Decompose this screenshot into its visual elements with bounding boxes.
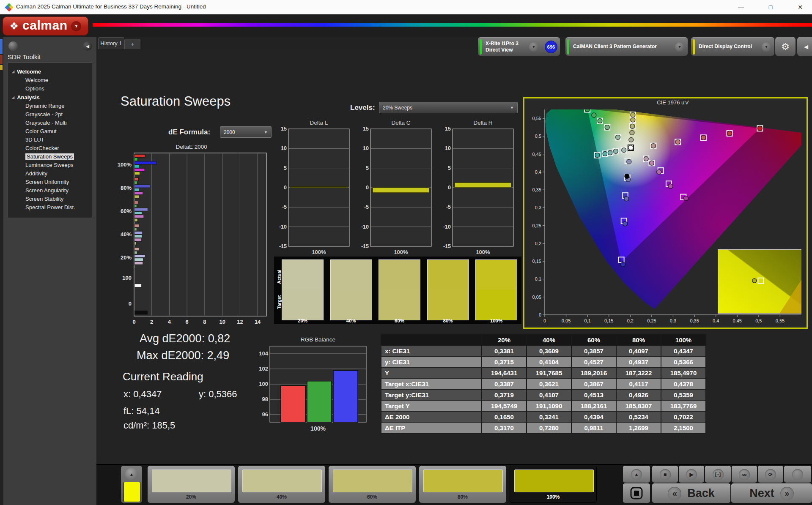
settings-button[interactable]: ⚙ xyxy=(775,37,796,56)
sidebar-item-additivity[interactable]: Additivity xyxy=(8,169,92,178)
tab-add[interactable]: + xyxy=(124,39,140,49)
blank-button[interactable] xyxy=(784,466,811,483)
tree-section-analysis[interactable]: ◢Analysis xyxy=(8,93,92,102)
sidebar-dot-button[interactable] xyxy=(8,41,18,51)
up-arrow-icon: ▲ xyxy=(129,472,134,477)
svg-text:8: 8 xyxy=(203,319,206,325)
tab-history[interactable]: History 1 xyxy=(98,37,124,49)
sidebar-item-saturation-sweeps[interactable]: Saturation Sweeps xyxy=(8,153,92,161)
svg-text:0: 0 xyxy=(132,319,135,325)
pattern-button-80[interactable]: 80% xyxy=(419,466,506,503)
close-button[interactable]: ✕ xyxy=(790,0,810,14)
back-button[interactable]: « Back xyxy=(652,483,730,503)
play-button[interactable]: ▶ xyxy=(679,466,704,483)
stop-button[interactable]: ■ xyxy=(652,466,678,483)
sidebar-item-options[interactable]: Options xyxy=(8,85,92,93)
svg-text:104: 104 xyxy=(259,350,268,357)
sidebar-item-screen-uniformity[interactable]: Screen Uniformity xyxy=(8,178,92,186)
svg-text:0: 0 xyxy=(284,185,287,191)
pattern-button-60[interactable]: 60% xyxy=(329,466,416,503)
levels-dropdown[interactable]: 20% Sweeps▼ xyxy=(379,102,518,113)
table-cell: 0,3719 xyxy=(482,389,527,400)
row-label: Target y:CIE31 xyxy=(381,389,482,400)
sidebar-item-luminance-sweeps[interactable]: Luminance Sweeps xyxy=(8,161,92,169)
table-cell: 188,2161 xyxy=(571,400,616,411)
svg-text:Delta H: Delta H xyxy=(473,120,492,126)
meter-exposure-badge[interactable]: 696 xyxy=(545,41,557,53)
svg-text:Delta C: Delta C xyxy=(391,120,410,126)
svg-text:0: 0 xyxy=(543,318,546,323)
step-button[interactable]: [··] xyxy=(705,466,731,483)
pattern-button-100[interactable]: 100% xyxy=(510,466,597,503)
sidebar-item-spectral-power-dist[interactable]: Spectral Power Dist. xyxy=(8,203,92,212)
de-formula-dropdown[interactable]: 2000▼ xyxy=(220,126,272,138)
svg-text:20%: 20% xyxy=(121,254,132,261)
svg-text:0: 0 xyxy=(539,312,541,317)
svg-text:-15: -15 xyxy=(361,243,369,249)
panel-collapse-button[interactable]: ◀ xyxy=(797,37,812,56)
meter-dropdown-icon[interactable]: ▼ xyxy=(529,42,538,52)
sidebar-item-grayscale-2pt[interactable]: Grayscale - 2pt xyxy=(8,110,92,119)
table-cell: 191,7685 xyxy=(527,367,571,378)
meter-device-button[interactable]: X-Rite i1Pro 3 Direct View ▼ 696 xyxy=(478,37,560,56)
svg-text:-5: -5 xyxy=(446,204,451,210)
pattern-window-up-button[interactable]: ▲ xyxy=(623,466,650,483)
sidebar-item-colorchecker[interactable]: ColorChecker xyxy=(8,144,92,153)
svg-text:0,25: 0,25 xyxy=(532,223,541,228)
sidebar-item-grayscale-multi[interactable]: Grayscale - Multi xyxy=(8,119,92,127)
sidebar-item-welcome[interactable]: Welcome xyxy=(8,76,92,85)
pattern-button-20[interactable]: 20% xyxy=(148,466,235,503)
pattern-button-40[interactable]: 40% xyxy=(238,466,325,503)
maximize-button[interactable]: □ xyxy=(761,0,780,14)
next-button[interactable]: Next » xyxy=(731,483,812,503)
sidebar-item-screen-angularity[interactable]: Screen Angularity xyxy=(8,186,92,195)
row-label: Y xyxy=(381,367,482,378)
table-cell: 0,7280 xyxy=(527,422,571,433)
table-cell: 0,3715 xyxy=(482,356,527,367)
svg-text:0,3: 0,3 xyxy=(535,205,541,210)
svg-text:-15: -15 xyxy=(443,243,451,249)
delta-l-chart: Delta L151050-5-10-15100% xyxy=(274,120,353,256)
current-pattern-swatch[interactable] xyxy=(123,482,140,502)
svg-text:80%: 80% xyxy=(121,185,132,191)
svg-text:-5: -5 xyxy=(282,204,287,210)
cie-chart: CIE 1976 u'v'00,050,10,150,20,250,30,350… xyxy=(524,98,807,328)
svg-text:0,5: 0,5 xyxy=(755,318,762,323)
pattern-dropdown-icon[interactable]: ▼ xyxy=(675,42,684,52)
sidebar-item-dynamic-range[interactable]: Dynamic Range xyxy=(8,102,92,110)
sidebar-collapse-button[interactable]: ◀ xyxy=(83,41,92,51)
calman-menu-button[interactable]: ❖ calman ▼ xyxy=(3,16,88,35)
pattern-generator-label: CalMAN Client 3 Pattern Generator xyxy=(573,44,657,50)
minimize-button[interactable]: — xyxy=(731,0,751,14)
table-cell: 2,1500 xyxy=(661,422,706,433)
table-cell: 0,4937 xyxy=(616,356,661,367)
step-icon: [··] xyxy=(713,469,724,480)
row-label: y: CIE31 xyxy=(381,356,482,367)
table-cell: 0,3241 xyxy=(527,411,571,422)
table-cell: 194,6431 xyxy=(482,367,527,378)
sync-button[interactable]: ⟳ xyxy=(758,466,783,483)
tree-section-welcome[interactable]: ◢Welcome xyxy=(8,67,92,76)
table-cell: 189,2016 xyxy=(571,367,616,378)
sidebar-item-screen-stability[interactable]: Screen Stability xyxy=(8,195,92,203)
svg-text:10: 10 xyxy=(219,319,225,325)
chevron-left-icon: ◀ xyxy=(804,44,808,50)
display-dropdown-icon[interactable]: ▼ xyxy=(762,42,771,52)
svg-text:40%: 40% xyxy=(121,231,132,237)
pattern-generator-button[interactable]: CalMAN Client 3 Pattern Generator ▼ xyxy=(565,37,688,56)
reading-x: x: 0,4347 xyxy=(123,389,162,400)
table-cell: 0,4926 xyxy=(616,389,661,400)
svg-text:100: 100 xyxy=(122,275,132,281)
sidebar-item-color-gamut[interactable]: Color Gamut xyxy=(8,127,92,136)
sidebar-item-3d-lut[interactable]: 3D LUT xyxy=(8,136,92,144)
loop-button[interactable]: ∞ xyxy=(732,466,757,483)
meter-mode: Direct View xyxy=(486,47,518,53)
table-header-cell: 60% xyxy=(571,334,616,345)
display-control-button[interactable]: Direct Display Control ▼ xyxy=(691,37,774,56)
table-row: y: CIE310,37150,41040,45270,49370,5366 xyxy=(381,356,706,367)
pattern-window-toggle-button[interactable] xyxy=(623,483,650,503)
edge-fragment xyxy=(0,65,3,70)
svg-text:100: 100 xyxy=(259,381,268,387)
pattern-up-button[interactable]: ▲ xyxy=(125,468,138,480)
tree-expanded-icon: ◢ xyxy=(12,96,14,99)
